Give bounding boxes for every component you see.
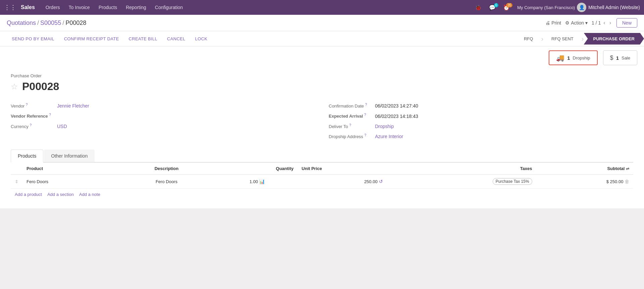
breadcrumb-actions: 🖨 Print ⚙ Action ▾ 1 / 1 ‹ › New	[545, 18, 637, 28]
dropship-address-value[interactable]: Azure Interior	[375, 134, 403, 139]
chat-icon[interactable]: 💬 6	[486, 3, 498, 12]
dropship-address-help[interactable]: ?	[364, 133, 366, 137]
sale-label: Sale	[622, 55, 630, 60]
breadcrumb-p00028: P00028	[65, 19, 86, 27]
breadcrumb-quotations[interactable]: Quotations	[7, 19, 36, 27]
send-po-email-button[interactable]: SEND PO BY EMAIL	[7, 34, 59, 43]
subtotal-cell: $ 250.00 🗑	[536, 175, 633, 189]
vendor-label: Vendor ?	[11, 103, 54, 109]
chevron-down-icon: ▾	[585, 20, 588, 26]
breadcrumb: Quotations / S00055 / P00028	[7, 19, 86, 27]
tab-products[interactable]: Products	[11, 150, 43, 163]
currency-help[interactable]: ?	[30, 123, 32, 127]
cancel-button[interactable]: CANCEL	[162, 34, 190, 43]
lock-button[interactable]: LOCK	[190, 34, 212, 43]
expected-arrival-help[interactable]: ?	[364, 113, 366, 117]
dollar-icon: $	[610, 54, 613, 61]
bug-icon[interactable]: 🐞	[472, 3, 484, 12]
deliver-to-label: Deliver To ?	[329, 123, 373, 129]
apps-icon[interactable]: ⋮⋮	[4, 4, 16, 11]
confirmation-date-value: 06/02/2023 14:27:40	[375, 103, 418, 109]
currency-value[interactable]: USD	[57, 124, 67, 129]
page-info: 1 / 1	[592, 20, 601, 26]
reset-price-icon[interactable]: ↺	[379, 179, 383, 184]
new-button[interactable]: New	[616, 18, 637, 28]
add-note-link[interactable]: Add a note	[79, 192, 100, 197]
confirmation-date-help[interactable]: ?	[365, 103, 367, 107]
deliver-to-row: Deliver To ? Dropship	[329, 121, 634, 131]
nav-configuration[interactable]: Configuration	[152, 3, 186, 11]
add-section-link[interactable]: Add a section	[47, 192, 74, 197]
vendor-help[interactable]: ?	[26, 103, 28, 107]
nav-reporting[interactable]: Reporting	[122, 3, 150, 11]
add-product-link[interactable]: Add a product	[15, 192, 42, 197]
vendor-value[interactable]: Jennie Fletcher	[57, 103, 89, 109]
status-arrow-1: ›	[541, 35, 543, 43]
confirm-receipt-date-button[interactable]: CONFIRM RECEIPT DATE	[59, 34, 124, 43]
action-bar: SEND PO BY EMAIL CONFIRM RECEIPT DATE CR…	[0, 31, 516, 46]
status-rfq-sent[interactable]: RFQ SENT	[543, 33, 582, 45]
confirmation-date-row: Confirmation Date ? 06/02/2023 14:27:40	[329, 101, 634, 111]
unit-price-col-header: Unit Price	[298, 163, 387, 175]
form-fields: Vendor ? Jennie Fletcher Vendor Referenc…	[11, 101, 633, 141]
dropship-label: Dropship	[573, 55, 590, 60]
sale-button[interactable]: $ 1 Sale	[603, 50, 637, 65]
expected-arrival-value: 06/02/2023 14:18:43	[375, 114, 418, 119]
status-rfq[interactable]: RFQ	[516, 33, 541, 45]
deliver-to-value[interactable]: Dropship	[375, 124, 394, 129]
next-arrow[interactable]: ›	[608, 19, 612, 27]
user-name: Mitchell Admin (Website)	[588, 5, 640, 10]
activity-icon[interactable]: ⏰ 35	[500, 3, 512, 12]
forecast-chart-icon[interactable]: 📊	[259, 179, 265, 184]
product-col-header: Product	[22, 163, 116, 175]
nav-to-invoice[interactable]: To Invoice	[65, 3, 93, 11]
avatar: 👤	[577, 3, 586, 12]
nav-orders[interactable]: Orders	[42, 3, 63, 11]
quantity-cell: 1.00 📊	[217, 175, 298, 189]
action-label: Action	[571, 20, 584, 26]
print-label: Print	[551, 20, 561, 26]
create-bill-button[interactable]: CREATE BILL	[123, 34, 162, 43]
vendor-row: Vendor ? Jennie Fletcher	[11, 101, 315, 111]
print-button[interactable]: 🖨 Print	[545, 20, 561, 26]
subtotal-settings-icon[interactable]: ⇌	[626, 166, 629, 171]
expected-arrival-label: Expected Arrival ?	[329, 113, 373, 119]
user-info[interactable]: 👤 Mitchell Admin (Website)	[577, 3, 640, 12]
dropship-button[interactable]: 🚚 1 Dropship	[549, 50, 597, 65]
drag-handle-icon[interactable]: ⇕	[15, 179, 18, 184]
record-type: Purchase Order	[11, 73, 633, 78]
delete-row-icon[interactable]: 🗑	[625, 179, 629, 184]
favorite-star-icon[interactable]: ☆	[11, 82, 18, 91]
nav-products[interactable]: Products	[95, 3, 120, 11]
description-col-header: Description	[116, 163, 217, 175]
gear-icon: ⚙	[565, 20, 569, 26]
vendor-ref-help[interactable]: ?	[49, 113, 51, 117]
currency-label: Currency ?	[11, 123, 54, 129]
dropship-count: 1	[567, 55, 570, 61]
prev-arrow[interactable]: ‹	[602, 19, 606, 27]
action-status-bar: SEND PO BY EMAIL CONFIRM RECEIPT DATE CR…	[0, 31, 644, 46]
smart-buttons-area: 🚚 1 Dropship $ 1 Sale	[0, 46, 644, 65]
add-links: Add a product Add a section Add a note	[11, 189, 633, 200]
expected-arrival-row: Expected Arrival ? 06/02/2023 14:18:43	[329, 111, 634, 121]
product-cell[interactable]: Fero Doors	[22, 175, 116, 189]
truck-icon: 🚚	[556, 54, 564, 62]
deliver-to-help[interactable]: ?	[349, 123, 351, 127]
description-cell[interactable]: Fero Doors	[116, 175, 217, 189]
unit-price-cell: 250.00 ↺	[298, 175, 387, 189]
breadcrumb-sep-1: /	[37, 19, 39, 27]
currency-row: Currency ? USD	[11, 121, 315, 131]
table-row: ⇕ Fero Doors Fero Doors 1.00 📊 250.00 ↺ …	[11, 175, 633, 189]
breadcrumb-bar: Quotations / S00055 / P00028 🖨 Print ⚙ A…	[0, 15, 644, 31]
activity-badge: 35	[506, 3, 512, 7]
status-purchase-order[interactable]: PURCHASE ORDER	[584, 33, 644, 45]
form-left: Vendor ? Jennie Fletcher Vendor Referenc…	[11, 101, 315, 141]
tab-other-information[interactable]: Other Information	[44, 150, 95, 162]
action-dropdown[interactable]: ⚙ Action ▾	[565, 20, 588, 26]
breadcrumb-s00055[interactable]: S00055	[40, 19, 61, 27]
dropship-address-label: Dropship Address ?	[329, 133, 373, 139]
tax-badge[interactable]: Purchase Tax 15%	[493, 178, 532, 185]
quantity-col-header: Quantity	[217, 163, 298, 175]
status-arrow-2: ›	[582, 35, 584, 43]
sale-count: 1	[616, 55, 619, 61]
